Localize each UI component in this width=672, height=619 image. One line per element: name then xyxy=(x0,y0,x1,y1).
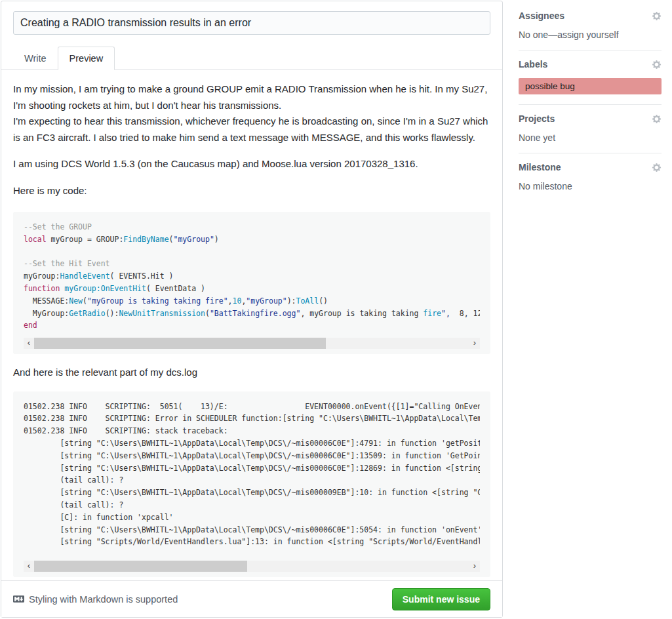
gear-icon[interactable] xyxy=(652,60,662,70)
tab-write[interactable]: Write xyxy=(13,47,58,70)
comment-tabs: Write Preview xyxy=(1,47,502,70)
issue-form-panel: Write Preview In my mission, I am trying… xyxy=(1,1,503,618)
new-issue-page: Write Preview In my mission, I am trying… xyxy=(0,0,672,619)
markdown-note-label: Styling with Markdown is supported xyxy=(29,594,178,605)
assignees-heading: Assignees xyxy=(519,10,564,21)
log-hscrollbar[interactable]: ‹ › xyxy=(24,561,480,572)
log-content: 01502.238 INFO SCRIPTING: 5051( 13)/E: E… xyxy=(24,401,480,549)
issue-body-paragraph: In my mission, I am trying to make a gro… xyxy=(13,81,490,146)
gear-icon[interactable] xyxy=(652,114,662,124)
scroll-thumb[interactable] xyxy=(34,561,247,572)
preview-body: In my mission, I am trying to make a gro… xyxy=(1,70,502,577)
milestone-heading: Milestone xyxy=(519,162,561,172)
scroll-track[interactable] xyxy=(34,338,469,349)
gear-icon[interactable] xyxy=(652,11,662,21)
issue-body-paragraph: And here is the relevant part of my dcs.… xyxy=(13,365,490,381)
submit-new-issue-button[interactable]: Submit new issue xyxy=(392,588,490,610)
code-content: --Set the GROUPlocal myGroup = GROUP:Fin… xyxy=(24,221,480,332)
scroll-right-arrow[interactable]: › xyxy=(469,561,480,572)
sidebar-section-labels: Labels possible bug xyxy=(519,50,662,105)
scroll-track[interactable] xyxy=(34,561,469,572)
milestone-value: No milestone xyxy=(519,181,662,191)
markdown-note: Styling with Markdown is supported xyxy=(13,593,178,605)
label-chip[interactable]: possible bug xyxy=(519,78,662,94)
scroll-right-arrow[interactable]: › xyxy=(469,338,480,349)
code-block: --Set the GROUPlocal myGroup = GROUP:Fin… xyxy=(13,212,490,354)
scroll-thumb[interactable] xyxy=(34,338,326,349)
gear-icon[interactable] xyxy=(652,163,662,172)
issue-body-paragraph: Here is my code: xyxy=(13,183,490,199)
assignees-value[interactable]: No one—assign yourself xyxy=(519,30,662,40)
markdown-icon xyxy=(13,593,24,605)
sidebar-section-assignees: Assignees No one—assign yourself xyxy=(519,2,662,50)
issue-body-paragraph: I am using DCS World 1.5.3 (on the Cauca… xyxy=(13,156,490,172)
code-hscrollbar[interactable]: ‹ › xyxy=(24,338,480,349)
projects-value: None yet xyxy=(519,132,662,143)
projects-heading: Projects xyxy=(519,113,555,124)
labels-heading: Labels xyxy=(519,59,547,70)
issue-sidebar: Assignees No one—assign yourself Labels … xyxy=(519,0,662,619)
issue-title-input[interactable] xyxy=(13,11,490,35)
tab-preview[interactable]: Preview xyxy=(58,47,115,70)
log-block: 01502.238 INFO SCRIPTING: 5051( 13)/E: E… xyxy=(13,391,490,578)
scroll-left-arrow[interactable]: ‹ xyxy=(24,338,34,349)
sidebar-section-milestone: Milestone No milestone xyxy=(519,153,662,201)
form-footer: Styling with Markdown is supported Submi… xyxy=(1,580,502,617)
scroll-left-arrow[interactable]: ‹ xyxy=(24,561,34,572)
sidebar-section-projects: Projects None yet xyxy=(519,105,662,153)
